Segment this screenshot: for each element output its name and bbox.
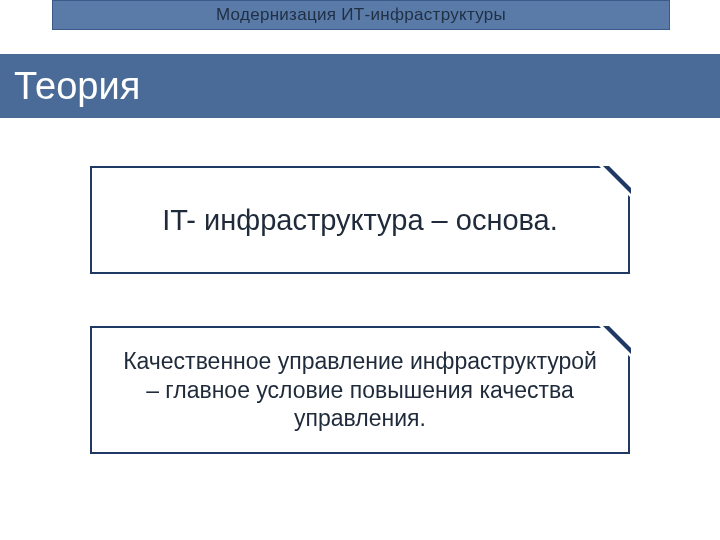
slide-header-title: Модернизация ИТ-инфраструктуры xyxy=(216,5,506,25)
section-title-text: Теория xyxy=(14,65,140,108)
fold-corner-icon xyxy=(609,326,631,348)
callout-frame: IT- инфраструктура – основа. xyxy=(90,166,630,274)
section-title-bar: Теория xyxy=(0,54,720,118)
callout-text: Качественное управление инфраструктурой … xyxy=(118,347,602,433)
callout-box-1: IT- инфраструктура – основа. xyxy=(90,166,630,274)
callout-text: IT- инфраструктура – основа. xyxy=(162,202,558,238)
fold-corner-icon xyxy=(609,166,631,188)
callout-box-2: Качественное управление инфраструктурой … xyxy=(90,326,630,454)
callout-frame: Качественное управление инфраструктурой … xyxy=(90,326,630,454)
slide-header-bar: Модернизация ИТ-инфраструктуры xyxy=(52,0,670,30)
